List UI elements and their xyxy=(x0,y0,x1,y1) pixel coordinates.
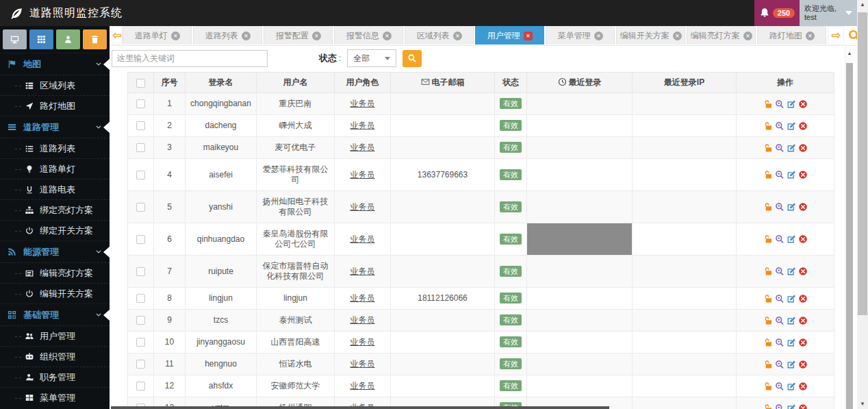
toolbar-monitor-button[interactable] xyxy=(3,29,27,49)
row-unlock-button[interactable] xyxy=(763,234,773,244)
row-edit-button[interactable] xyxy=(787,267,796,276)
row-checkbox[interactable] xyxy=(136,121,145,130)
row-zoom-in-button[interactable] xyxy=(775,404,784,409)
role-link[interactable]: 业务员 xyxy=(350,315,375,325)
role-link[interactable]: 业务员 xyxy=(350,234,375,244)
row-unlock-button[interactable] xyxy=(763,170,773,179)
tab-close-icon[interactable]: ✕ xyxy=(594,32,603,40)
row-checkbox[interactable] xyxy=(136,316,145,325)
tab-菜单管理[interactable]: 菜单管理✕ xyxy=(546,26,615,45)
row-checkbox[interactable] xyxy=(136,267,145,276)
tab-close-icon[interactable]: ✕ xyxy=(312,32,321,40)
tab-用户管理[interactable]: 用户管理✕ xyxy=(475,26,544,45)
row-unlock-button[interactable] xyxy=(763,143,773,153)
row-edit-button[interactable] xyxy=(787,338,796,347)
tab-close-icon[interactable]: ✕ xyxy=(673,32,682,40)
keyword-input[interactable] xyxy=(112,50,268,67)
table-vertical-scrollbar[interactable]: ▲ xyxy=(845,47,853,409)
row-edit-button[interactable] xyxy=(787,202,796,212)
scrollbar-thumb[interactable] xyxy=(858,12,867,315)
sidebar-item-2-0[interactable]: 编辑亮灯方案 xyxy=(0,262,110,283)
tab-编辑亮灯方案[interactable]: 编辑亮灯方案✕ xyxy=(687,26,756,45)
sidebar-item-0-1[interactable]: 路灯地图 xyxy=(0,95,110,116)
row-delete-button[interactable] xyxy=(798,294,808,303)
row-checkbox[interactable] xyxy=(136,203,145,212)
role-link[interactable]: 业务员 xyxy=(350,202,375,212)
row-delete-button[interactable] xyxy=(798,234,808,244)
row-delete-button[interactable] xyxy=(798,382,808,391)
toolbar-user-button[interactable] xyxy=(56,29,80,49)
role-link[interactable]: 业务员 xyxy=(350,121,375,130)
row-zoom-in-button[interactable] xyxy=(775,121,784,131)
row-delete-button[interactable] xyxy=(798,316,808,325)
row-zoom-in-button[interactable] xyxy=(775,294,784,303)
row-checkbox[interactable] xyxy=(136,338,145,347)
row-zoom-in-button[interactable] xyxy=(775,202,784,212)
sidebar-group-0[interactable]: 地图 xyxy=(0,53,110,75)
role-link[interactable]: 业务员 xyxy=(350,99,375,108)
tab-close-icon[interactable]: ✕ xyxy=(524,32,533,40)
sidebar-group-3[interactable]: 基础管理 xyxy=(0,303,110,325)
sidebar-group-2[interactable]: 能源管理 xyxy=(0,240,110,262)
tab-区域列表[interactable]: 区域列表✕ xyxy=(405,26,474,45)
sidebar-item-1-2[interactable]: 道路电表 xyxy=(0,179,110,199)
row-unlock-button[interactable] xyxy=(763,404,773,409)
row-unlock-button[interactable] xyxy=(763,382,773,391)
row-edit-button[interactable] xyxy=(787,382,796,391)
row-checkbox[interactable] xyxy=(136,143,145,152)
tab-道路列表[interactable]: 道路列表✕ xyxy=(193,26,262,45)
sidebar-item-0-0[interactable]: 区域列表 xyxy=(0,75,110,95)
tab-close-icon[interactable]: ✕ xyxy=(806,32,815,40)
role-link[interactable]: 业务员 xyxy=(350,293,375,303)
tab-道路单灯[interactable]: 道路单灯✕ xyxy=(123,26,192,45)
row-zoom-in-button[interactable] xyxy=(775,170,784,179)
row-delete-button[interactable] xyxy=(798,404,808,409)
row-delete-button[interactable] xyxy=(798,143,808,153)
row-edit-button[interactable] xyxy=(787,99,796,109)
tab-close-icon[interactable]: ✕ xyxy=(242,32,251,40)
toolbar-grid-button[interactable] xyxy=(29,29,53,49)
row-checkbox[interactable] xyxy=(136,294,145,303)
row-zoom-in-button[interactable] xyxy=(775,99,784,109)
row-zoom-in-button[interactable] xyxy=(775,360,784,369)
sidebar-item-3-1[interactable]: 组织管理 xyxy=(0,346,110,367)
row-delete-button[interactable] xyxy=(798,338,808,347)
search-submit-button[interactable] xyxy=(403,50,422,67)
scrollbar-thumb[interactable] xyxy=(846,63,853,409)
sidebar-item-3-0[interactable]: 用户管理 xyxy=(0,325,110,346)
sidebar-item-1-0[interactable]: 道路列表 xyxy=(0,138,110,158)
sidebar-item-3-3[interactable]: 菜单管理 xyxy=(0,387,110,408)
toolbar-trash-button[interactable] xyxy=(83,29,107,49)
row-unlock-button[interactable] xyxy=(763,267,773,276)
row-unlock-button[interactable] xyxy=(763,99,773,109)
role-link[interactable]: 业务员 xyxy=(350,381,375,391)
row-unlock-button[interactable] xyxy=(763,360,773,369)
row-delete-button[interactable] xyxy=(798,267,808,276)
row-unlock-button[interactable] xyxy=(763,338,773,347)
sidebar-item-1-1[interactable]: 道路单灯 xyxy=(0,158,110,179)
scroll-up-arrow-icon[interactable]: ▲ xyxy=(857,0,868,10)
role-link[interactable]: 业务员 xyxy=(350,337,375,347)
user-menu[interactable]: 欢迎光临, test xyxy=(800,0,857,26)
tab-close-icon[interactable]: ✕ xyxy=(171,32,180,40)
select-all-checkbox[interactable] xyxy=(136,79,145,88)
row-delete-button[interactable] xyxy=(798,360,808,369)
row-zoom-in-button[interactable] xyxy=(775,316,784,325)
sidebar-group-1[interactable]: 道路管理 xyxy=(0,116,110,138)
row-edit-button[interactable] xyxy=(787,294,796,303)
row-unlock-button[interactable] xyxy=(763,121,773,131)
row-delete-button[interactable] xyxy=(798,202,808,212)
row-edit-button[interactable] xyxy=(787,121,796,131)
tab-编辑开关方案[interactable]: 编辑开关方案✕ xyxy=(616,26,685,45)
row-unlock-button[interactable] xyxy=(763,202,773,212)
row-zoom-in-button[interactable] xyxy=(775,234,784,244)
page-vertical-scrollbar[interactable]: ▲ ▼ xyxy=(857,0,868,409)
horizontal-scrollbar-thumb[interactable] xyxy=(111,406,609,409)
row-unlock-button[interactable] xyxy=(763,294,773,303)
scroll-up-arrow-icon[interactable]: ▲ xyxy=(845,51,854,55)
row-edit-button[interactable] xyxy=(787,170,796,179)
tab-close-icon[interactable]: ✕ xyxy=(743,32,752,40)
sidebar-item-1-3[interactable]: 绑定亮灯方案 xyxy=(0,199,110,220)
row-edit-button[interactable] xyxy=(787,404,796,409)
row-checkbox[interactable] xyxy=(136,171,145,179)
